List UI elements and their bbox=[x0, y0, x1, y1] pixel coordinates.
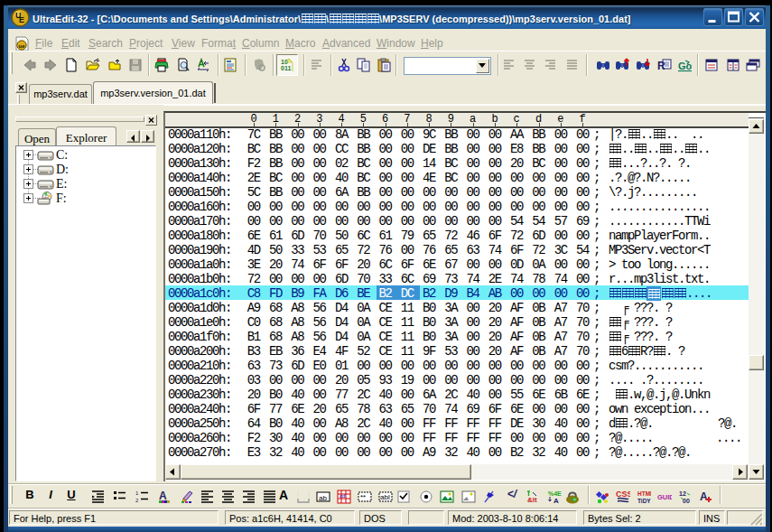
svg-text:**: ** bbox=[360, 493, 366, 501]
svg-text:R: R bbox=[657, 60, 665, 72]
svg-text:HTML: HTML bbox=[637, 490, 651, 497]
svg-text:TiDY: TiDY bbox=[637, 498, 651, 504]
svg-text:2: 2 bbox=[135, 498, 139, 503]
svg-text:12: 12 bbox=[679, 490, 686, 497]
svg-text:10: 10 bbox=[281, 59, 288, 65]
svg-text:GUID: GUID bbox=[657, 493, 672, 501]
svg-text:cd: cd bbox=[339, 493, 345, 499]
svg-text:00: 00 bbox=[683, 498, 690, 504]
svg-text:A: A bbox=[159, 490, 167, 502]
svg-text:%4E: %4E bbox=[548, 490, 562, 497]
svg-text:E: E bbox=[19, 15, 24, 24]
svg-text:A: A bbox=[553, 497, 559, 504]
svg-text:1: 1 bbox=[135, 490, 139, 496]
svg-text:A: A bbox=[700, 490, 708, 503]
svg-text:011: 011 bbox=[281, 65, 291, 71]
svg-text:ab: ab bbox=[319, 494, 327, 502]
svg-text:CSS: CSS bbox=[616, 490, 630, 499]
svg-text:&lt: &lt bbox=[527, 496, 537, 504]
svg-text:ue: ue bbox=[19, 43, 26, 49]
svg-text:abl: abl bbox=[380, 493, 390, 501]
